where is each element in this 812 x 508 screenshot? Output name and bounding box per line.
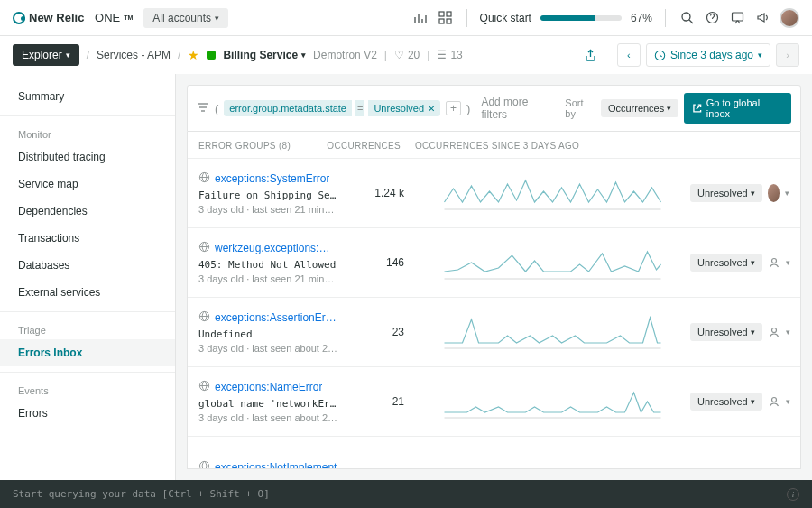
table-row[interactable]: exceptions:AssertionError Undefined 3 da…	[188, 297, 800, 366]
error-meta: 3 days old · last seen about 2 hour	[198, 412, 338, 423]
sparkline-chart	[415, 314, 690, 350]
chevron-down-icon[interactable]: ▾	[786, 328, 790, 337]
explorer-label: Explorer	[22, 49, 62, 61]
assignee-avatar[interactable]	[768, 184, 780, 202]
favorite-count[interactable]: ♡ 20	[394, 49, 420, 61]
account-label: All accounts	[152, 12, 211, 24]
status-selector[interactable]: Unresolved ▾	[690, 323, 762, 341]
env-label: Demotron V2	[313, 49, 377, 61]
globe-icon	[198, 310, 210, 325]
footer-prompt: Start querying your data [Ctrl + Shift +…	[13, 488, 270, 500]
quickstart-progress[interactable]	[540, 15, 622, 21]
status-selector[interactable]: Unresolved ▾	[690, 393, 762, 411]
apps-icon[interactable]	[438, 10, 454, 26]
chevron-down-icon: ▾	[66, 51, 70, 60]
health-status-icon	[207, 51, 216, 60]
assignee-unassigned[interactable]	[768, 393, 780, 411]
table-row[interactable]: exceptions:NameError global name 'networ…	[188, 366, 800, 436]
sidebar-item-databases[interactable]: Databases	[0, 252, 175, 279]
time-range-label: Since 3 days ago	[670, 49, 753, 61]
chevron-down-icon[interactable]: ▾	[785, 189, 789, 198]
clock-icon	[654, 50, 666, 61]
filter-chip[interactable]: error.group.metadata.state = Unresolved …	[224, 100, 440, 116]
error-message: global name 'networkErro…	[198, 398, 338, 410]
sidebar-item-tracing[interactable]: Distributed tracing	[0, 143, 175, 171]
add-condition-button[interactable]: +	[446, 101, 461, 115]
external-link-icon	[692, 103, 703, 114]
error-title-link[interactable]: exceptions:AssertionError	[215, 311, 338, 324]
sidebar-item-errors[interactable]: Errors	[0, 400, 175, 427]
status-selector[interactable]: Unresolved ▾	[690, 254, 762, 272]
time-range-picker[interactable]: Since 3 days ago ▾	[646, 43, 770, 67]
chart-icon[interactable]	[412, 10, 429, 26]
sidebar-item-dependencies[interactable]: Dependencies	[0, 198, 175, 225]
info-icon[interactable]: i	[787, 488, 799, 501]
query-footer[interactable]: Start querying your data [Ctrl + Shift +…	[0, 480, 812, 508]
chevron-down-icon[interactable]: ▾	[786, 258, 790, 267]
logo[interactable]: New Relic ONETM	[13, 11, 133, 24]
add-more-filters[interactable]: Add more filters	[481, 96, 554, 121]
svg-rect-0	[439, 12, 444, 16]
sort-by-label: Sort by	[565, 97, 595, 119]
explorer-button[interactable]: Explorer ▾	[13, 44, 79, 66]
globe-icon	[198, 241, 210, 255]
table-row[interactable]: exceptions:NotImplement	[188, 436, 800, 469]
sidebar-item-transactions[interactable]: Transactions	[0, 225, 175, 252]
meta-sep: |	[427, 49, 429, 61]
svg-point-13	[771, 259, 776, 263]
user-avatar[interactable]	[780, 8, 799, 28]
related-count[interactable]: ☰ 13	[437, 49, 462, 61]
entity-selector[interactable]: Billing Service ▾	[223, 49, 306, 61]
entity-name: Billing Service	[223, 49, 298, 61]
error-meta: 3 days old · last seen 21 minutes a	[198, 273, 338, 284]
account-selector[interactable]: All accounts ▾	[143, 8, 228, 28]
sidebar-item-external[interactable]: External services	[0, 279, 175, 306]
sidebar-item-summary[interactable]: Summary	[0, 83, 175, 110]
occurrence-count: 146	[338, 256, 415, 269]
table-row[interactable]: exceptions:SystemError Failure on Shippi…	[188, 158, 800, 227]
share-icon[interactable]	[583, 47, 599, 63]
paren-close: )	[466, 102, 470, 115]
paren-open: (	[215, 102, 218, 115]
crumb-services[interactable]: Services - APM	[97, 49, 171, 61]
sidebar-group-events: Events	[0, 378, 175, 400]
sort-selector[interactable]: Occurrences ▾	[601, 99, 678, 117]
svg-point-20	[199, 461, 208, 469]
filter-remove-icon[interactable]: ✕	[428, 104, 435, 114]
crumb-sep: /	[178, 49, 180, 61]
status-selector[interactable]: Unresolved ▾	[690, 184, 762, 202]
assignee-unassigned[interactable]	[768, 254, 780, 272]
sparkline-chart	[415, 245, 690, 281]
time-nav-prev[interactable]: ‹	[617, 43, 641, 67]
occurrence-count: 1.24 k	[338, 187, 415, 199]
global-inbox-button[interactable]: Go to global inbox	[684, 93, 791, 124]
sidebar: Summary Monitor Distributed tracing Serv…	[0, 74, 176, 480]
sparkline-chart	[415, 383, 690, 420]
sidebar-item-service-map[interactable]: Service map	[0, 171, 175, 198]
table-row[interactable]: werkzeug.exceptions:Meth 405: Method Not…	[188, 227, 800, 297]
time-nav-next: ›	[776, 43, 799, 67]
filter-icon[interactable]	[197, 101, 209, 116]
announce-icon[interactable]	[754, 10, 770, 26]
col-error-groups: ERROR GROUPS (8)	[198, 141, 338, 151]
assignee-unassigned[interactable]	[768, 323, 780, 341]
svg-point-16	[771, 328, 776, 333]
error-title-link[interactable]: exceptions:SystemError	[215, 172, 329, 185]
feedback-icon[interactable]	[729, 10, 745, 26]
sidebar-item-errors-inbox[interactable]: Errors Inbox	[0, 339, 175, 366]
error-message: Failure on Shipping Serv…	[198, 189, 338, 201]
error-meta: 3 days old · last seen about 2 hour	[198, 343, 338, 354]
error-message: Undefined	[198, 328, 338, 340]
search-icon[interactable]	[678, 10, 695, 26]
error-message: 405: Method Not Allowed	[198, 259, 338, 271]
chevron-down-icon: ▾	[215, 14, 219, 23]
error-title-link[interactable]: exceptions:NameError	[215, 381, 322, 393]
error-title-link[interactable]: werkzeug.exceptions:Meth	[215, 242, 338, 254]
filter-value: Unresolved	[374, 103, 424, 114]
quickstart-label: Quick start	[480, 12, 531, 24]
help-icon[interactable]	[704, 10, 720, 26]
globe-icon	[198, 380, 210, 394]
star-icon[interactable]: ★	[188, 48, 199, 62]
chevron-down-icon[interactable]: ▾	[786, 397, 790, 406]
error-title-link[interactable]: exceptions:NotImplement	[215, 461, 337, 469]
